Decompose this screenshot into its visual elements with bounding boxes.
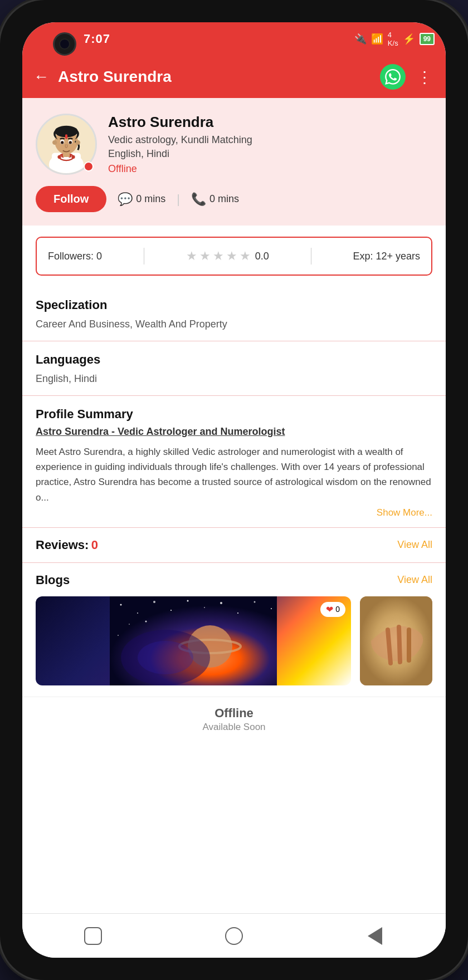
phone-frame: 7:07 🔌 📶 4K/s ⚡ 99 ← Astro Surendra ⋮ [0, 0, 468, 980]
main-content: Astro Surendra Vedic astrology, Kundli M… [22, 98, 446, 913]
blogs-section: Blogs View All [22, 563, 446, 697]
nav-back-button[interactable] [220, 922, 248, 950]
profile-card: Astro Surendra Vedic astrology, Kundli M… [22, 98, 446, 226]
svg-point-23 [170, 610, 172, 611]
phone-screen: 7:07 🔌 📶 4K/s ⚡ 99 ← Astro Surendra ⋮ [22, 22, 446, 958]
heart-icon-1: ❤ [326, 604, 333, 615]
stats-row: Followers: 0 ★ ★ ★ ★ ★ 0.0 Exp: 12+ year… [36, 237, 432, 276]
languages-title: Languages [36, 352, 432, 367]
blogs-grid: ❤ 0 [36, 596, 432, 685]
svg-point-24 [187, 600, 189, 601]
blog-image-1 [36, 596, 351, 685]
call-icon: 📞 [191, 192, 206, 207]
offline-dot [84, 161, 94, 171]
blog-card-1[interactable]: ❤ 0 [36, 596, 351, 685]
profile-info: Astro Surendra Vedic astrology, Kundli M… [108, 114, 432, 175]
svg-point-8 [71, 155, 75, 159]
usb-icon: 🔌 [354, 33, 367, 45]
svg-point-12 [52, 140, 57, 145]
front-camera [53, 32, 76, 56]
followers-stat: Followers: 0 [48, 251, 102, 262]
show-more-button[interactable]: Show More... [36, 507, 432, 518]
signal-icon: 📶 [371, 33, 383, 45]
svg-point-26 [220, 602, 222, 604]
experience-stat: Exp: 12+ years [353, 251, 420, 262]
avatar-container [36, 114, 97, 175]
svg-point-4 [57, 155, 61, 159]
blog-image-2 [360, 596, 432, 685]
nav-square-icon [84, 927, 102, 945]
app-header: ← Astro Surendra ⋮ [22, 56, 446, 98]
svg-point-31 [145, 620, 147, 622]
profile-name: Astro Surendra [108, 114, 432, 131]
chat-mins: 0 mins [136, 193, 165, 205]
call-action: 📞 0 mins [191, 192, 239, 207]
reviews-count: 0 [91, 538, 98, 552]
profile-summary-title: Profile Summary [36, 407, 432, 422]
languages-section: Languages English, Hindi [22, 341, 446, 396]
bottom-offline-text: Offline [22, 706, 446, 721]
profile-specialty: Vedic astrology, Kundli Matching [108, 134, 432, 146]
svg-point-29 [271, 608, 272, 609]
header-title: Astro Surendra [58, 68, 371, 86]
svg-point-28 [254, 601, 256, 602]
whatsapp-button[interactable] [380, 64, 406, 90]
blog-card-2[interactable] [360, 596, 432, 685]
bottom-status-bar: Offline Available Soon [22, 697, 446, 737]
status-bar: 7:07 🔌 📶 4K/s ⚡ 99 [22, 22, 446, 56]
profile-summary-body: Meet Astro Surendra, a highly skilled Ve… [36, 444, 432, 505]
action-divider: | [177, 192, 180, 207]
profile-status: Offline [108, 163, 432, 175]
blog-1-like-count: 0 [335, 605, 340, 614]
stat-divider-1 [144, 248, 144, 264]
back-button[interactable]: ← [33, 68, 49, 86]
star-3: ★ [213, 249, 224, 263]
rating-stars: ★ ★ ★ ★ ★ 0.0 [186, 249, 269, 263]
nav-bar [22, 913, 446, 958]
specialization-text: Career And Business, Wealth And Property [36, 317, 432, 332]
profile-languages: English, Hindi [108, 148, 432, 160]
available-soon-text: Available Soon [22, 722, 446, 733]
specialization-section: Speclization Career And Business, Wealth… [22, 287, 446, 341]
speed-indicator: 4K/s [388, 31, 398, 47]
svg-point-25 [204, 607, 205, 608]
whatsapp-icon [385, 69, 401, 85]
follow-button[interactable]: Follow [36, 186, 106, 212]
svg-point-32 [118, 635, 119, 636]
more-options-button[interactable]: ⋮ [415, 68, 435, 86]
blogs-header: Blogs View All [36, 573, 432, 587]
nav-back-icon [368, 927, 382, 945]
star-2: ★ [199, 249, 211, 263]
blog-1-likes: ❤ 0 [320, 602, 345, 617]
chat-action: 💬 0 mins [118, 192, 165, 207]
svg-point-16 [61, 141, 64, 144]
reviews-view-all[interactable]: View All [397, 539, 432, 551]
reviews-label: Reviews: 0 [36, 538, 98, 552]
specialization-title: Speclization [36, 298, 432, 312]
svg-point-22 [153, 601, 155, 603]
svg-point-36 [138, 641, 193, 674]
profile-actions: Follow 💬 0 mins | 📞 0 mins [36, 186, 432, 212]
svg-point-20 [120, 604, 122, 605]
svg-rect-18 [65, 134, 67, 139]
profile-top: Astro Surendra Vedic astrology, Kundli M… [36, 114, 432, 175]
nav-home-button[interactable] [79, 922, 108, 950]
nav-circle-icon [225, 927, 243, 945]
profile-summary-section: Profile Summary Astro Surendra - Vedic A… [22, 396, 446, 528]
star-4: ★ [226, 249, 237, 263]
svg-point-13 [76, 140, 80, 145]
star-1: ★ [186, 249, 197, 263]
svg-point-27 [237, 612, 238, 614]
svg-point-30 [129, 624, 130, 625]
svg-point-21 [137, 612, 138, 614]
blogs-view-all[interactable]: View All [397, 574, 432, 586]
battery-indicator: 99 [420, 33, 435, 45]
charging-icon: ⚡ [403, 33, 415, 45]
reviews-section: Reviews: 0 View All [22, 528, 446, 563]
languages-text: English, Hindi [36, 371, 432, 386]
call-mins: 0 mins [209, 193, 239, 205]
reviews-title: Reviews: [36, 538, 89, 552]
star-5: ★ [240, 249, 251, 263]
nav-recent-button[interactable] [360, 922, 389, 950]
svg-point-17 [69, 141, 72, 144]
